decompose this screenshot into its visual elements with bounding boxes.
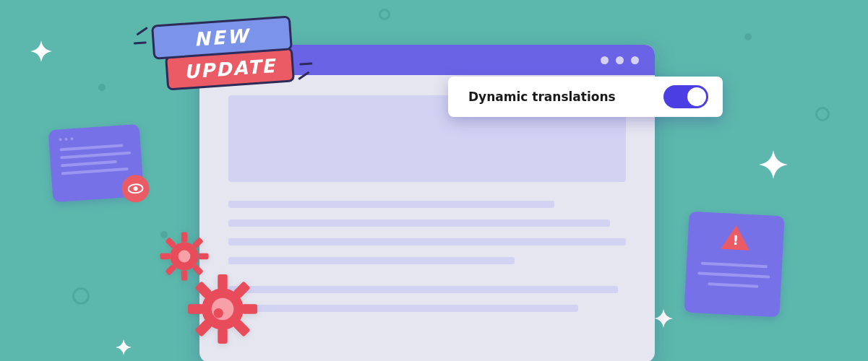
eye-icon (121, 174, 150, 204)
svg-point-21 (212, 298, 234, 321)
svg-point-11 (179, 251, 191, 263)
circle-deco (72, 287, 90, 305)
window-control-icon[interactable] (631, 56, 639, 64)
svg-rect-14 (218, 329, 227, 344)
svg-rect-13 (218, 274, 227, 290)
svg-rect-3 (181, 232, 187, 242)
window-control-icon[interactable] (601, 56, 609, 64)
dynamic-translations-card: Dynamic translations (448, 77, 723, 117)
toggle-label: Dynamic translations (468, 90, 616, 104)
circle-fill (98, 84, 106, 91)
svg-rect-16 (242, 304, 257, 313)
svg-rect-5 (160, 253, 170, 259)
circle-fill (744, 33, 752, 40)
svg-point-22 (214, 308, 223, 318)
content-line (228, 257, 515, 264)
svg-point-1 (133, 186, 137, 191)
window-control-icon[interactable] (616, 56, 624, 64)
sparkle-icon (116, 339, 132, 355)
sparkle-icon (654, 309, 673, 328)
svg-rect-4 (181, 271, 187, 281)
dynamic-translations-toggle[interactable] (663, 85, 708, 108)
new-update-badge: NEW UPDATE (151, 15, 295, 91)
content-line (228, 201, 554, 208)
content-line (228, 219, 610, 227)
circle-deco (379, 9, 390, 20)
content-line (228, 286, 618, 293)
gear-icon (188, 274, 257, 344)
sparkle-icon (759, 150, 788, 179)
preview-card (48, 124, 145, 203)
toggle-knob (687, 87, 706, 106)
warning-card (684, 212, 784, 318)
content-line (228, 238, 626, 245)
sparkle-icon (30, 40, 52, 62)
circle-deco (815, 107, 830, 121)
svg-rect-15 (188, 304, 203, 313)
warning-icon (721, 225, 751, 251)
content-line (228, 305, 578, 312)
svg-rect-6 (199, 253, 209, 259)
